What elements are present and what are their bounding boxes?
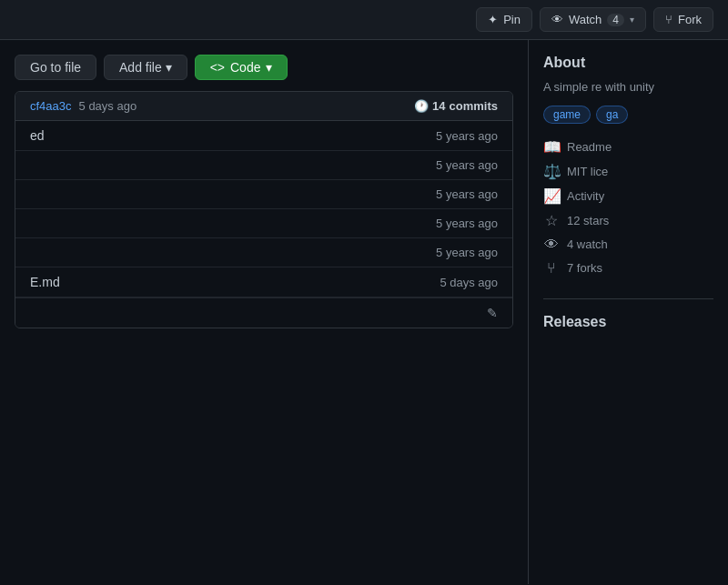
watch-button[interactable]: 👁 Watch 4 ▾ bbox=[540, 7, 646, 32]
file-area: Go to file Add file ▾ <> Code ▾ cf4aa3c … bbox=[0, 40, 528, 584]
top-bar: ✦ Pin 👁 Watch 4 ▾ ⑂ Fork bbox=[0, 0, 728, 40]
code-chevron: ▾ bbox=[266, 60, 272, 75]
commits-label: commits bbox=[450, 99, 498, 113]
sidebar-item-watchers[interactable]: 👁 4 watch bbox=[543, 233, 713, 257]
fork-button[interactable]: ⑂ Fork bbox=[653, 7, 713, 32]
table-row[interactable]: 5 years ago bbox=[15, 238, 512, 267]
table-row[interactable]: 5 years ago bbox=[15, 209, 512, 238]
commits-count: 14 bbox=[432, 99, 445, 113]
stars-label: 12 stars bbox=[567, 214, 609, 227]
watch-label: Watch bbox=[569, 13, 602, 26]
about-title: About bbox=[543, 55, 713, 71]
commits-link[interactable]: 🕐 14 commits bbox=[414, 99, 498, 113]
file-list-container: cf4aa3c 5 days ago 🕐 14 commits ed 5 yea… bbox=[15, 91, 513, 328]
activity-label: Activity bbox=[567, 189, 604, 203]
tag-ga[interactable]: ga bbox=[596, 106, 628, 124]
pin-button[interactable]: ✦ Pin bbox=[476, 7, 532, 32]
pin-label: Pin bbox=[503, 13, 521, 26]
activity-icon: 📈 bbox=[543, 187, 560, 205]
tags-row: game ga bbox=[543, 106, 713, 124]
sidebar-item-license[interactable]: ⚖️ MIT lice bbox=[543, 159, 713, 184]
fork-label: Fork bbox=[678, 13, 702, 26]
balance-icon: ⚖️ bbox=[543, 163, 560, 180]
sidebar: About A simple re with unity game ga 📖 R… bbox=[528, 40, 728, 584]
fork-icon: ⑂ bbox=[665, 13, 672, 26]
book-icon: 📖 bbox=[543, 138, 560, 156]
forks-label: 7 forks bbox=[567, 261, 602, 275]
file-time: 5 years ago bbox=[436, 158, 498, 172]
file-name: ed bbox=[30, 128, 45, 143]
releases-section: Releases bbox=[543, 314, 713, 330]
table-row[interactable]: 5 years ago bbox=[15, 180, 512, 209]
tag-game[interactable]: game bbox=[543, 106, 591, 124]
file-toolbar: Go to file Add file ▾ <> Code ▾ bbox=[0, 40, 528, 91]
file-time: 5 years ago bbox=[436, 129, 498, 143]
add-file-button[interactable]: Add file ▾ bbox=[104, 55, 187, 80]
sidebar-item-stars[interactable]: ☆ 12 stars bbox=[543, 208, 713, 233]
code-icon: <> bbox=[210, 60, 225, 75]
releases-title: Releases bbox=[543, 314, 713, 330]
commit-hash: cf4aa3c bbox=[30, 99, 72, 113]
readme-label: Readme bbox=[567, 140, 612, 154]
commit-time: 5 days ago bbox=[79, 99, 137, 113]
sidebar-item-activity[interactable]: 📈 Activity bbox=[543, 184, 713, 208]
sidebar-item-readme[interactable]: 📖 Readme bbox=[543, 135, 713, 159]
clock-icon: 🕐 bbox=[414, 99, 429, 113]
commit-info: cf4aa3c 5 days ago bbox=[30, 99, 136, 113]
add-file-label: Add file bbox=[119, 60, 162, 75]
edit-icon[interactable]: ✎ bbox=[487, 306, 498, 320]
watch-chevron: ▾ bbox=[630, 15, 634, 25]
table-row[interactable]: E.md 5 days ago bbox=[15, 267, 512, 298]
sidebar-divider bbox=[543, 298, 713, 299]
pin-icon: ✦ bbox=[488, 13, 498, 26]
file-name: E.md bbox=[30, 275, 60, 289]
eye-icon: 👁 bbox=[543, 237, 560, 253]
add-file-chevron: ▾ bbox=[166, 60, 172, 75]
edit-row: ✎ bbox=[15, 298, 512, 328]
code-label: Code bbox=[230, 60, 260, 75]
file-time: 5 years ago bbox=[436, 246, 498, 259]
watch-count: 4 bbox=[607, 14, 624, 26]
goto-file-button[interactable]: Go to file bbox=[15, 55, 96, 80]
file-list-header: cf4aa3c 5 days ago 🕐 14 commits bbox=[15, 92, 512, 121]
about-description: A simple re with unity bbox=[543, 78, 713, 96]
table-row[interactable]: ed 5 years ago bbox=[15, 121, 512, 151]
watchers-label: 4 watch bbox=[567, 237, 608, 251]
license-label: MIT lice bbox=[567, 165, 608, 178]
about-section: About A simple re with unity game ga 📖 R… bbox=[543, 55, 713, 280]
file-time: 5 years ago bbox=[436, 187, 498, 201]
code-button[interactable]: <> Code ▾ bbox=[195, 55, 288, 80]
file-time: 5 years ago bbox=[436, 217, 498, 230]
file-time: 5 days ago bbox=[440, 276, 498, 289]
sidebar-item-forks[interactable]: ⑂ 7 forks bbox=[543, 257, 713, 280]
table-row[interactable]: 5 years ago bbox=[15, 151, 512, 180]
fork-icon: ⑂ bbox=[543, 260, 560, 277]
eye-icon: 👁 bbox=[551, 13, 563, 26]
star-icon: ☆ bbox=[543, 212, 560, 229]
main-layout: Go to file Add file ▾ <> Code ▾ cf4aa3c … bbox=[0, 40, 728, 584]
